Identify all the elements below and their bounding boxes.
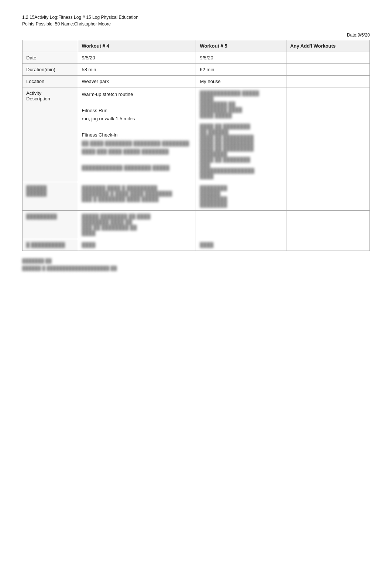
row6-label-cell: █████████ — [23, 211, 78, 239]
col-header-addl: Any Add'l Workouts — [286, 40, 370, 52]
footer-line2: ██████ █ ████████████████████ ██ — [22, 266, 370, 271]
row5-w4-cell: ███████ ████ █ █████████████████ █ ████ … — [78, 182, 196, 211]
location-add-cell — [286, 76, 370, 87]
activity-w4-cell: Warm-up stretch routine Fitness Run run,… — [78, 87, 196, 182]
activity-w5-cell: ████████████ █████████████████ █████████… — [196, 87, 286, 182]
table-row-activity: ActivityDescription Warm-up stretch rout… — [23, 87, 370, 182]
row5-add-cell — [286, 182, 370, 211]
activity-w4-item2: Fitness Run — [82, 108, 107, 113]
duration-w5-cell: 62 min — [196, 64, 286, 76]
duration-label-cell: Duration(min) — [23, 64, 78, 76]
col-header-label — [23, 40, 78, 52]
row7-label-cell: █ ██████████ — [23, 239, 78, 251]
row7-w4-cell: ████ — [78, 239, 196, 251]
footer-line2-blurred: ██████ █ ████████████████████ ██ — [22, 266, 117, 271]
date-w4-cell: 9/5/20 — [78, 52, 196, 64]
footer-line1: ███████ ██ — [22, 258, 370, 263]
col-header-workout4: Workout # 4 — [78, 40, 196, 52]
footer-section: ███████ ██ ██████ █ ████████████████████… — [22, 258, 370, 271]
row6-add-cell — [286, 211, 370, 239]
row7-w5-cell: ████ — [196, 239, 286, 251]
activity-w4-item3: run, jog or walk 1.5 miles — [82, 116, 135, 121]
location-w4-cell: Weaver park — [78, 76, 196, 87]
row5-label-cell: ████████████ — [23, 182, 78, 211]
table-row-7: █ ██████████ ████ ████ — [23, 239, 370, 251]
duration-add-cell — [286, 64, 370, 76]
table-row-5: ████████████ ███████ ████ █ ████████████… — [23, 182, 370, 211]
row7-w5-blurred: ████ — [200, 242, 213, 248]
header-line1: 1.2.15Activity Log:Fitness Log # 15 Log … — [22, 15, 370, 20]
col-header-workout5: Workout # 5 — [196, 40, 286, 52]
activity-w4-blurred1: ██ ████ ████████ ████████ ████████ — [82, 141, 189, 146]
row5-w5-blurred: ██████████████████████████████ — [200, 185, 227, 207]
activity-w5-blurred: ████████████ █████████████████ █████████… — [200, 90, 259, 179]
duration-w4-cell: 58 min — [78, 64, 196, 76]
footer-line1-blurred: ███████ ██ — [22, 258, 52, 263]
table-row-location: Location Weaver park My house — [23, 76, 370, 87]
activity-w4-blurred3: ████████████ ████████ █████ — [82, 165, 170, 170]
row6-w4-cell: █████ ████████ ██ ████████████ ████ ████… — [78, 211, 196, 239]
date-label: Date: — [347, 32, 358, 38]
row6-w5-cell — [196, 211, 286, 239]
date-line: Date:9/5/20 — [22, 32, 370, 38]
row6-w4-blurred: █████ ████████ ██ ████████████ ████ ████… — [82, 214, 151, 236]
row7-add-cell — [286, 239, 370, 251]
location-label-cell: Location — [23, 76, 78, 87]
date-add-cell — [286, 52, 370, 64]
row7-w4-blurred: ████ — [82, 242, 96, 248]
activity-label-cell: ActivityDescription — [23, 87, 78, 182]
date-value: 9/5/20 — [358, 32, 370, 38]
header-line2: Points Possible: 50 Name:Christopher Moo… — [22, 21, 370, 27]
activity-w4-blurred2: ████ ███ ████ █████ ████████ — [82, 149, 169, 154]
location-w5-cell: My house — [196, 76, 286, 87]
row5-w5-cell: ██████████████████████████████ — [196, 182, 286, 211]
activity-w4-item1: Warm-up stretch routine — [82, 92, 133, 97]
date-w5-cell: 9/5/20 — [196, 52, 286, 64]
table-row-6: █████████ █████ ████████ ██ ████████████… — [23, 211, 370, 239]
row7-label-blurred: █ ██████████ — [26, 242, 65, 248]
table-row-date: Date 9/5/20 9/5/20 — [23, 52, 370, 64]
row5-label-blurred: ████████████ — [26, 185, 47, 196]
row5-w4-blurred: ███████ ████ █ █████████████████ █ ████ … — [82, 185, 172, 202]
table-row-duration: Duration(min) 58 min 62 min — [23, 64, 370, 76]
activity-log-table: Workout # 4 Workout # 5 Any Add'l Workou… — [22, 40, 370, 251]
activity-add-cell — [286, 87, 370, 182]
date-label-cell: Date — [23, 52, 78, 64]
activity-w4-item4: Fitness Check-in — [82, 132, 118, 138]
row6-label-blurred: █████████ — [26, 214, 57, 219]
